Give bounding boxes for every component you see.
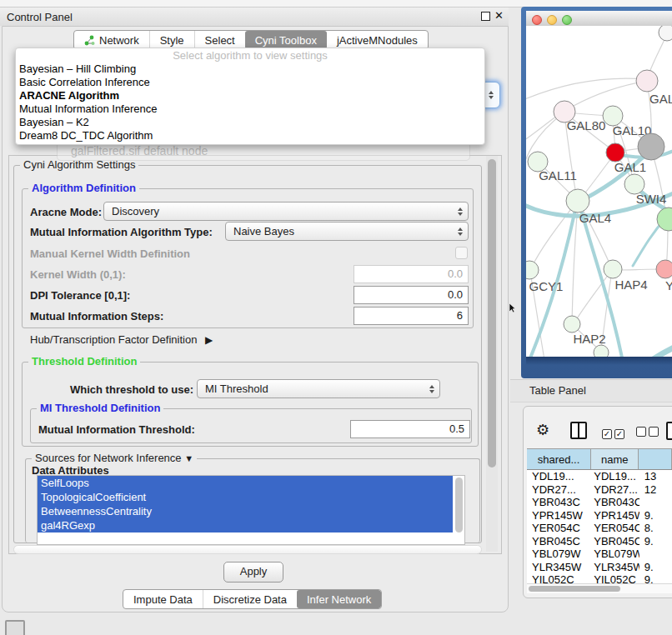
table-cell: YBR043C — [590, 496, 639, 508]
network-node[interactable] — [594, 345, 609, 357]
network-node-label: GAL1 — [614, 160, 646, 174]
network-node-label: SWI4 — [636, 192, 667, 206]
screen: Control Panel ✕ Network Style Select Cyn… — [0, 0, 672, 635]
minimized-panel-icon[interactable] — [5, 620, 25, 635]
mi-threshold-label: Mutual Information Threshold: — [38, 423, 195, 436]
table-hscrollbar-thumb[interactable] — [529, 586, 620, 592]
mi-type-label: Mutual Information Algorithm Type: — [30, 226, 213, 238]
network-node-gcy1[interactable] — [526, 261, 539, 279]
export-table-icon[interactable] — [666, 422, 672, 440]
mi-threshold-title: MI Threshold Definition — [37, 402, 163, 414]
which-threshold-combo[interactable]: MI Threshold — [197, 379, 440, 398]
close-panel-icon[interactable]: ✕ — [494, 9, 504, 22]
aracne-mode-combo[interactable]: Discovery — [103, 202, 469, 221]
tab-select[interactable]: Select — [194, 31, 245, 49]
table-row[interactable]: YLR345WYLR345W9. — [527, 561, 672, 574]
table-cell: 9. — [639, 561, 672, 573]
attribute-item[interactable]: gal4RGexp — [38, 518, 453, 532]
network-edge — [526, 78, 645, 101]
control-panel-title: Control Panel — [7, 11, 73, 23]
sources-title[interactable]: Sources for Network Inference ▼ — [32, 452, 197, 464]
table-cell: YDL19... — [590, 470, 639, 482]
algorithm-dropdown-popup: Select algorithm to view settings Bayesi… — [15, 48, 485, 145]
apply-button[interactable]: Apply — [223, 562, 283, 582]
float-panel-icon[interactable] — [481, 12, 490, 21]
settings-scrollbar-thumb[interactable] — [488, 159, 496, 468]
algorithm-option[interactable]: Dream8 DC_TDC Algorithm — [16, 129, 484, 142]
table-row[interactable]: YDL19...YDL19...13 — [527, 470, 672, 483]
mi-type-value: Naive Bayes — [226, 225, 453, 238]
settings-hscrollbar[interactable] — [13, 545, 482, 554]
bottom-tabbar: Impute Data Discretize Data Infer Networ… — [123, 589, 382, 609]
attribute-item[interactable]: SelfLoops — [38, 476, 453, 490]
minimize-traffic-light[interactable] — [547, 15, 557, 25]
network-node[interactable] — [659, 26, 672, 41]
table-row[interactable]: YBR045CYBR045C9. — [527, 535, 672, 548]
network-node-label: GAL — [649, 92, 672, 106]
zoom-traffic-light[interactable] — [562, 15, 572, 25]
table-header-name[interactable]: name — [591, 449, 639, 469]
mi-steps-field[interactable]: 6 — [354, 307, 469, 325]
algorithm-option-highlighted[interactable]: ARACNE Algorithm — [16, 89, 484, 102]
table-cell: YPR145W — [590, 509, 639, 522]
tab-network-label: Network — [99, 34, 139, 47]
tab-style[interactable]: Style — [149, 31, 194, 49]
tab-discretize-data[interactable]: Discretize Data — [203, 590, 297, 608]
table-row[interactable]: YER054CYER054C8. — [527, 522, 672, 535]
table-row[interactable]: YBR043CYBR043C — [527, 496, 672, 509]
table-cell: YPR145W — [527, 509, 590, 522]
network-node-gal4[interactable] — [566, 189, 589, 212]
table-hscrollbar[interactable] — [527, 583, 672, 593]
attribute-item[interactable]: BetweennessCentrality — [38, 504, 453, 518]
which-threshold-value: MI Threshold — [198, 382, 424, 395]
network-node[interactable] — [638, 133, 664, 160]
table-row[interactable]: YDR27...YDR27...12 — [527, 483, 672, 497]
algorithm-option[interactable]: Basic Correlation Inference — [16, 76, 484, 89]
dpi-tolerance-field[interactable]: 0.0 — [354, 286, 469, 304]
mi-threshold-field[interactable]: 0.5 — [350, 420, 470, 438]
network-node-hap4[interactable] — [604, 260, 622, 278]
table-cell: 9. — [639, 535, 672, 548]
table-cell: YBL079W — [590, 548, 639, 560]
tab-discretize-data-label: Discretize Data — [213, 593, 287, 606]
network-graph[interactable]: GALGAL80GAL10GAL1GAL11SWI4GAL4GCY1HAP4YH… — [526, 26, 672, 357]
select-all-columns-icon[interactable]: ✓✓ — [602, 425, 627, 440]
network-node-y[interactable] — [656, 260, 672, 278]
algorithm-option[interactable]: Mutual Information Inference — [16, 102, 484, 116]
tab-cyni-toolbox[interactable]: Cyni Toolbox — [245, 31, 327, 49]
table-header-shared-name[interactable]: shared... — [527, 449, 591, 469]
algorithm-option[interactable]: Bayesian – K2 — [16, 116, 484, 129]
network-node-gal[interactable] — [636, 70, 658, 92]
network-node-label: Y — [665, 278, 672, 292]
table-row[interactable]: YBL079WYBL079W — [527, 548, 672, 561]
network-node-hap2[interactable] — [564, 316, 580, 332]
tab-network[interactable]: Network — [74, 31, 149, 49]
table-cell: YLR345W — [590, 561, 639, 573]
data-attributes-list[interactable]: SelfLoops TopologicalCoefficient Between… — [37, 475, 465, 545]
algorithm-option[interactable]: Bayesian – Hill Climbing — [16, 62, 484, 76]
table-row[interactable]: YPR145WYPR145W9. — [527, 509, 672, 522]
network-node-label: HAP4 — [614, 278, 647, 292]
table-cell: YBR045C — [590, 535, 639, 548]
network-canvas[interactable]: GALGAL80GAL10GAL1GAL11SWI4GAL4GCY1HAP4YH… — [526, 26, 672, 357]
manual-kernel-checkbox[interactable] — [455, 247, 468, 259]
mi-type-combo[interactable]: Naive Bayes — [225, 222, 469, 241]
kernel-width-field[interactable]: 0.0 — [354, 265, 469, 283]
tab-impute-data[interactable]: Impute Data — [123, 590, 203, 608]
gear-icon[interactable]: ⚙ — [536, 421, 549, 439]
network-edge — [566, 81, 647, 110]
network-window-titlebar[interactable] — [526, 11, 672, 27]
attributes-scrollbar-thumb[interactable] — [455, 478, 463, 532]
close-traffic-light[interactable] — [532, 15, 542, 25]
tab-jactivemnodules[interactable]: jActiveMNodules — [327, 31, 428, 49]
attribute-item[interactable]: TopologicalCoefficient — [38, 490, 453, 504]
split-columns-icon[interactable] — [570, 422, 587, 439]
network-node-gal1[interactable] — [606, 143, 624, 162]
table-header-partial[interactable] — [639, 449, 672, 469]
tab-infer-network[interactable]: Infer Network — [297, 590, 381, 608]
table-cell: YER054C — [527, 522, 590, 534]
table-cell: YBR045C — [527, 535, 590, 548]
table-cell: YBL079W — [527, 548, 590, 560]
hub-definition-toggle[interactable]: Hub/Transcription Factor Definition ▶ — [30, 333, 213, 346]
unselect-all-columns-icon[interactable] — [636, 425, 661, 440]
